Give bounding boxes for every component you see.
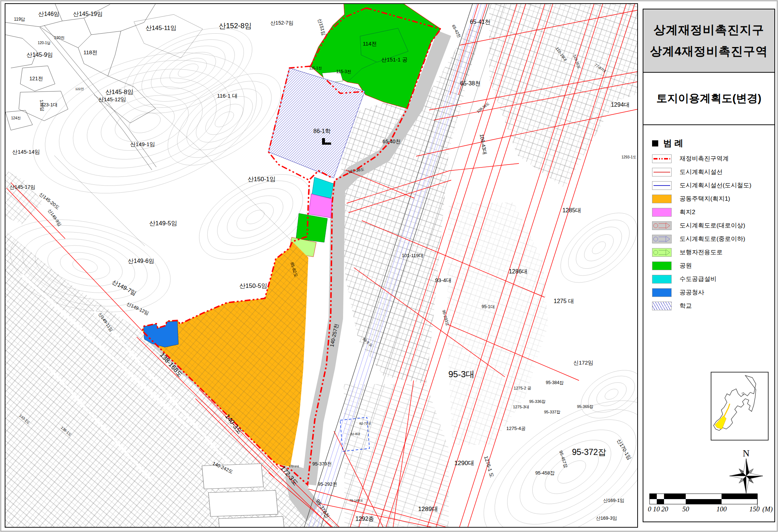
- legend-header-square-icon: [652, 140, 658, 146]
- rail-facility-line-swatch: [652, 181, 672, 190]
- legend-item-public-office: 공공청사: [643, 286, 774, 299]
- map-parcel-label: 172-1대: [289, 465, 299, 468]
- map-parcel-label: 신172임: [573, 359, 593, 366]
- legend-item-water-supply: 수도공급설비: [643, 272, 774, 286]
- road-major-swatch: [652, 221, 672, 230]
- map-parcel-label: 114전: [363, 41, 377, 47]
- map-parcel-label: 산145-11임: [145, 25, 177, 31]
- legend-item-lot2: 획지2: [643, 205, 774, 219]
- map-parcel-label: 95-337잡: [544, 410, 560, 414]
- legend-item-rail-facility-line: 도시계획시설선(도시철도): [643, 179, 774, 192]
- map-parcel-label: 121전: [29, 76, 43, 81]
- scalebar-tick-label: 20: [661, 505, 669, 513]
- scalebar-tick-label: 150: [749, 505, 760, 513]
- map-parcel-label: 산169-1임: [603, 498, 624, 503]
- legend-item-road-minor: 도시계획도로(중로이하): [643, 232, 774, 246]
- map-parcel-label: 산145-14임: [12, 149, 40, 155]
- map-parcel-label: 산152-8임: [219, 22, 251, 30]
- map-parcel-label: 119답: [14, 17, 25, 22]
- map-parcel-label: 1293-1도: [621, 155, 636, 159]
- scalebar-tick-label: 100: [716, 505, 727, 513]
- scalebar-tick-label: 10: [653, 505, 660, 513]
- map-parcel-label: 1285대: [562, 207, 581, 213]
- map-title-box: 토지이용계획도(변경): [643, 72, 775, 125]
- map-parcel-label: 95-458잡: [535, 470, 554, 476]
- map-parcel-label: 95-292천: [318, 481, 337, 487]
- map-parcel-label: 산149-1임: [130, 141, 155, 147]
- legend-item-pedestrian-road: 보행자전용도로: [643, 246, 774, 259]
- map-parcel-label: 산145-8임: [105, 89, 133, 95]
- map-parcel-label: 120전: [54, 35, 64, 40]
- pedestrian-road-swatch: [652, 248, 672, 257]
- map-parcel-label: 118전: [84, 49, 98, 55]
- map-parcel-label: 1289대: [418, 506, 438, 512]
- map-parcel-label: 82-8대: [350, 432, 360, 436]
- map-parcel-label: 132답: [39, 99, 45, 111]
- scalebar-tick-label: (M): [762, 505, 773, 513]
- map-parcel-label: 101-119대: [402, 253, 423, 258]
- boundary-line-swatch: [652, 154, 672, 163]
- map-parcel-label: 122전: [75, 87, 84, 91]
- map-parcel-label: 산149-6임: [128, 258, 155, 264]
- public-office-swatch: [652, 288, 672, 297]
- map-parcel-label: 산151-1 공: [381, 56, 408, 63]
- map-parcel-label: 95-384잡: [546, 380, 563, 385]
- map-parcel-label: 1294대: [611, 102, 630, 108]
- map-parcel-label: 65-38천: [460, 80, 481, 86]
- park-swatch: [652, 261, 672, 270]
- scalebar-tick-label: 0: [648, 505, 651, 513]
- map-parcel-label: 1275-3대: [513, 405, 529, 409]
- scale-bar: 0102050100150(M): [644, 489, 776, 516]
- map-parcel-label: 86-1학: [313, 128, 331, 134]
- small-park-zone: [296, 213, 327, 242]
- water-supply-swatch: [652, 275, 672, 284]
- legend-item-park: 공원: [643, 259, 774, 272]
- legend-item-school: 학교: [643, 299, 774, 312]
- map-parcel-label: 95-365잡: [577, 404, 593, 409]
- locator-map: [711, 372, 769, 441]
- map-parcel-label: 95-372잡: [572, 447, 606, 457]
- land-use-plan-page: 산146임산145-19임119답120전120-1답산145-9임118전산1…: [0, 0, 778, 532]
- legend-item-road-major: 도시계획도로(대로이상): [643, 219, 774, 232]
- map-parcel-label: 65-40천: [382, 139, 401, 144]
- map-title: 토지이용계획도(변경): [656, 91, 761, 106]
- title-box: 상계재정비촉진지구 상계4재정비촉진구역: [643, 9, 775, 73]
- map-parcel-label: 산150-5임: [239, 282, 267, 289]
- scalebar-tick-label: 50: [682, 505, 690, 513]
- map-parcel-label: 산169-3임: [596, 515, 617, 521]
- map-parcel-label: 79-145대: [349, 499, 363, 502]
- map-parcel-label: 1275 대: [554, 298, 574, 304]
- road-minor-swatch: [652, 235, 672, 243]
- map-parcel-label: 1286대: [509, 268, 528, 274]
- map-parcel-label: 124전: [11, 116, 21, 120]
- map-parcel-label: 산152-7임: [270, 20, 293, 26]
- map-parcel-label: 120-1답: [38, 41, 51, 45]
- map-parcel-label: 116-1 대: [217, 93, 237, 99]
- legend-list: 재정비촉진구역계 도시계획시설선 도시계획시설선(도시철도) 공동주택지(획지1…: [643, 152, 774, 312]
- legend-item-housing-lot1: 공동주택지(획지1): [643, 192, 774, 205]
- compass-star: [730, 459, 763, 493]
- map-parcel-label: 산145-19임: [73, 11, 103, 17]
- map-parcel-label: 1275-4공: [506, 426, 525, 431]
- map-parcel-label: 1275-2 공: [514, 386, 531, 390]
- map-parcel-label: 95-336잡: [529, 399, 545, 404]
- map-parcel-label: 95-3대: [448, 369, 474, 379]
- lot2-swatch: [652, 208, 672, 217]
- map-parcel-label: 1292종: [355, 516, 374, 522]
- map-parcel-label: 산145-17임: [9, 184, 35, 190]
- legend-header: 범 례: [652, 137, 683, 149]
- map-parcel-label: 산146임: [38, 11, 60, 17]
- city-facility-line-swatch: [652, 168, 672, 176]
- housing-lot1-swatch: [652, 195, 672, 203]
- district-title: 상계재정비촉진지구: [654, 22, 764, 38]
- map-parcel-label: 산150-1임: [248, 176, 275, 183]
- map-parcel-label: 산149-5임: [149, 220, 177, 227]
- map-parcel-label: 93-4대: [435, 277, 451, 283]
- legend-item-boundary: 재정비촉진구역계: [643, 152, 774, 165]
- zone-title: 상계4재정비촉진구역: [650, 43, 768, 60]
- north-letter: N: [743, 448, 750, 459]
- map-parcel-label: 1290대: [454, 460, 474, 467]
- map-parcel-label: 95-379천: [312, 461, 331, 467]
- map-parcel-label: 65-41천: [470, 19, 491, 25]
- map-parcel-label: 115-3전: [336, 69, 351, 74]
